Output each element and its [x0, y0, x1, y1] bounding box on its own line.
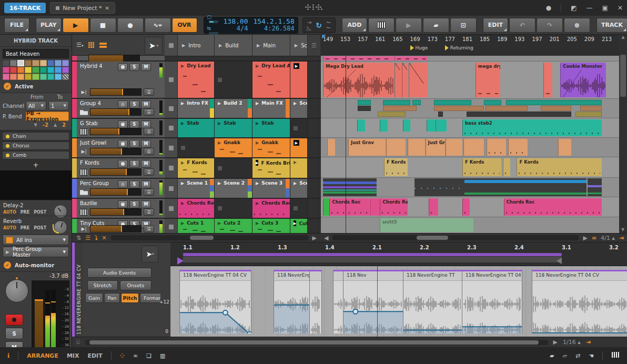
scene-header[interactable]: ▶Main [252, 35, 290, 56]
palette-color[interactable] [32, 74, 39, 80]
track-solo-button[interactable]: S [129, 120, 139, 128]
volume-slider[interactable] [90, 128, 141, 135]
record-button[interactable]: ● [117, 18, 144, 33]
send-knob[interactable] [54, 220, 67, 234]
editor-pointer-tool[interactable]: ➤▾ [141, 246, 158, 262]
arranger-clip[interactable] [503, 158, 510, 176]
clip-slot[interactable]: ▶Sce [290, 179, 308, 198]
clip-slot[interactable]: ▶F Kords [178, 158, 215, 178]
arranger-clip[interactable] [370, 198, 380, 216]
clip-slot[interactable]: ▶ [290, 62, 308, 98]
arranger-grid-value[interactable]: 4/1 ▴ [601, 235, 615, 241]
arranger-clip[interactable] [395, 63, 401, 97]
scroll-left-icon[interactable]: ◀ [324, 235, 328, 241]
clip-slot[interactable]: ▶Gnakk [215, 138, 252, 157]
scene-header[interactable]: ▶Build [215, 35, 252, 56]
arranger-scrollbar[interactable] [332, 235, 579, 240]
track-arm-button[interactable] [118, 120, 128, 128]
track-header[interactable]: Hybrid 4SM▶|☰ [77, 62, 165, 98]
arranger-track-lane[interactable]: F Kords BridgF KordsF Kords [321, 157, 619, 178]
clip-slot[interactable] [290, 199, 308, 218]
arranger-clip[interactable]: F Kords [517, 158, 601, 176]
palette-color[interactable] [3, 74, 9, 80]
track-menu-button[interactable]: ☰ [144, 108, 154, 116]
arrangement-cue-marker[interactable]: Huge [410, 45, 428, 50]
send-mode-post[interactable]: POST [34, 210, 46, 215]
scroll-right-icon[interactable]: ▶ [553, 339, 558, 346]
arrangement-cue-marker[interactable]: Returning [445, 45, 473, 50]
track-menu-button[interactable]: ☰ [144, 225, 154, 232]
arranger-clip[interactable] [408, 139, 425, 156]
tab-16-track[interactable]: 16-TRACK [4, 3, 46, 13]
clip-slot[interactable] [215, 199, 252, 218]
clip-slot[interactable] [178, 138, 215, 157]
close-panel-icon[interactable]: ✕ [102, 235, 107, 241]
arranger-clip[interactable] [380, 119, 388, 132]
palette-color[interactable] [10, 67, 17, 73]
arranger-clip[interactable] [409, 63, 428, 97]
touch-mode-icon[interactable]: ☚ [589, 352, 594, 359]
scene-header[interactable]: ▶Intro [178, 35, 215, 56]
fullscreen-icon[interactable]: ◩ [571, 4, 577, 12]
arranger-ruler[interactable]: 1491531571611651691731771811851891931972… [321, 35, 619, 56]
close-project-icon[interactable]: ✕ [105, 5, 109, 11]
palette-color[interactable] [47, 67, 54, 73]
automation-curves-icon[interactable]: 〜〜 [326, 20, 331, 31]
track-solo-button[interactable]: S [129, 200, 139, 208]
track-header[interactable]: G StabSM☰ [77, 119, 165, 137]
arranger-clip[interactable] [463, 139, 484, 156]
onscreen-keyboard-icon[interactable] [611, 351, 620, 360]
stop-all-button[interactable] [169, 43, 174, 48]
palette-color[interactable] [32, 67, 39, 73]
track-arm-button[interactable] [118, 200, 128, 208]
arranger-clip[interactable]: Cookie Monster [560, 63, 606, 97]
arranger-clip[interactable] [386, 139, 406, 156]
range-up-icon[interactable]: ▲ [54, 123, 57, 127]
arranger-track-lane[interactable] [321, 178, 619, 197]
arranger-clip[interactable]: Chords Rec [380, 198, 407, 216]
clip-slot[interactable]: ▶Stab [252, 119, 290, 137]
palette-color[interactable] [55, 74, 62, 80]
send-mode-pre[interactable]: PRE [21, 226, 30, 230]
arranger-track-lane[interactable]: Mega Dry Leadmega dry stötCookie Monster [321, 62, 619, 99]
edit-view-button[interactable]: EDIT [87, 352, 102, 359]
track-mute-button[interactable]: M [141, 200, 151, 208]
stretch-button[interactable]: Stretch [87, 280, 118, 290]
volume-slider[interactable] [90, 148, 141, 155]
track-menu-icon[interactable]: ☰▾ [76, 42, 83, 48]
dual-display-icon[interactable]: ⁘ [120, 352, 125, 359]
edit-button[interactable]: EDIT [483, 18, 508, 33]
record-indicator-icon[interactable]: ● [546, 4, 551, 12]
editor-ruler[interactable]: 1.11.21.31.42.12.22.32.43.13.2 [170, 242, 627, 266]
track-mute-button[interactable]: M [141, 100, 151, 108]
palette-color[interactable] [3, 67, 9, 73]
input-select[interactable]: All ins▼ [3, 235, 69, 245]
palette-color[interactable] [25, 74, 32, 80]
pbend-mode-button[interactable]: PB → Expression [26, 112, 69, 121]
track-menu-button[interactable]: ☰ [144, 188, 154, 196]
arranger-clip[interactable] [327, 139, 335, 156]
pitch-button[interactable]: Pitch [121, 293, 139, 303]
loop-end-icon[interactable] [557, 258, 562, 264]
delete-icon[interactable]: ⊗ [564, 18, 590, 33]
loop-icon[interactable]: ↻ [316, 21, 322, 29]
browser-panel-icon[interactable]: ▰ [550, 352, 554, 359]
arm-record-button[interactable] [5, 314, 23, 326]
track-menu-button[interactable]: ☰ [144, 168, 154, 176]
arranger-track-lane[interactable]: Just GrovJust Grov [321, 138, 619, 157]
track-solo-button[interactable]: S [129, 100, 139, 108]
arranger-clip[interactable] [323, 56, 395, 60]
arranger-clip[interactable] [403, 119, 411, 132]
palette-color[interactable] [25, 60, 32, 66]
track-name-field[interactable]: Beat Heaven [3, 49, 69, 58]
arranger-track-lane[interactable]: bass stab2 [321, 118, 619, 138]
channel-from-select[interactable]: All▼ [26, 101, 46, 110]
audio-event-clip[interactable]: 118 NeverEngine TT [403, 270, 463, 333]
active-toggle[interactable]: ✓ Active [0, 80, 72, 93]
track-mute-button[interactable]: M [141, 63, 151, 71]
clip-slot[interactable]: ▶Scene 1 [178, 179, 215, 198]
stop-button[interactable]: ■ [90, 18, 116, 33]
track-header[interactable]: F KordsSM☰ [77, 158, 165, 178]
file-button[interactable]: FILE [4, 18, 29, 33]
snap-icon[interactable]: ⇥ [586, 339, 591, 346]
